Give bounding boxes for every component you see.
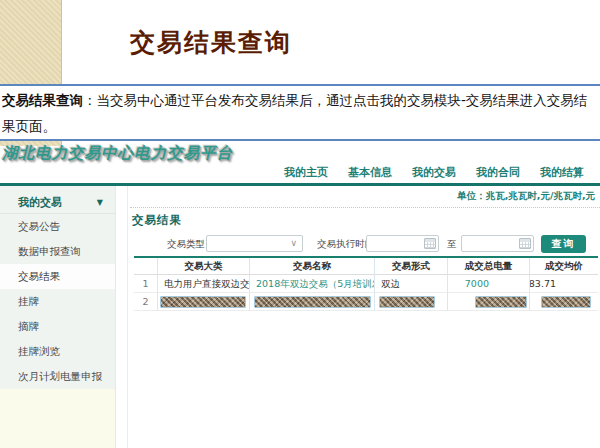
table-cell-category: 电力用户直接双边交易	[158, 275, 250, 293]
sidebar-menu: 我的交易 ▼ 交易公告 数据申报查询 交易结果 挂牌 摘牌 挂牌浏览 次月计划电…	[0, 186, 115, 389]
to-label: 至	[447, 238, 457, 251]
sidebar-item-listing[interactable]: 挂牌	[0, 289, 115, 314]
caret-down-icon: ▼	[97, 192, 103, 214]
sidebar-header-label: 我的交易	[18, 196, 62, 209]
section-title: 交易结果	[132, 213, 182, 228]
calendar-icon[interactable]	[424, 238, 436, 249]
table-cell-price-redacted	[530, 293, 598, 311]
table-header-price: 成交均价	[530, 258, 598, 275]
table-row-index: 2	[134, 293, 158, 311]
table-header-form: 交易形式	[375, 258, 448, 275]
description-label: 交易结果查询	[2, 92, 83, 108]
query-button[interactable]: 查询	[541, 235, 586, 253]
platform-title: 湖北电力交易中心电力交易平台	[2, 143, 233, 164]
sidebar-item-next-month-plan[interactable]: 次月计划电量申报	[0, 364, 115, 389]
description-text: ：当交易中心通过平台发布交易结果后，通过点击我的交易模块-交易结果进入交易结果页…	[2, 92, 587, 134]
filter-bar: 交易类型： ∨ 交易执行时间： 至 查询	[128, 235, 600, 253]
page-title: 交易结果查询	[130, 26, 292, 59]
table-cell-volume-redacted	[448, 293, 530, 311]
unit-note: 单位：兆瓦,兆瓦时,元/兆瓦时,元	[457, 190, 595, 203]
table-cell-form-redacted	[375, 293, 448, 311]
dotted-separator	[130, 207, 600, 208]
main-panel: 单位：兆瓦,兆瓦时,元/兆瓦时,元 交易结果 交易类型： ∨ 交易执行时间： 至…	[127, 186, 600, 448]
sidebar-header[interactable]: 我的交易 ▼	[0, 192, 115, 214]
table-header-volume: 成交总电量	[448, 258, 530, 275]
execution-time-from-input[interactable]	[366, 235, 439, 252]
redacted-block	[541, 296, 591, 308]
sidebar-item-data-declaration-query[interactable]: 数据申报查询	[0, 239, 115, 264]
chevron-down-icon: ∨	[290, 238, 297, 248]
description-box: 交易结果查询：当交易中心通过平台发布交易结果后，通过点击我的交易模块-交易结果进…	[0, 84, 600, 141]
table-row-index: 1	[134, 275, 158, 293]
redacted-block	[475, 296, 527, 308]
results-table: 交易大类 交易名称 交易形式 成交总电量 成交均价 1 电力用户直接双边交易 2…	[134, 256, 598, 311]
sidebar-item-trade-announcement[interactable]: 交易公告	[0, 214, 115, 239]
nav-item-my-settlement[interactable]: 我的结算	[540, 165, 584, 180]
sidebar-item-listing-browse[interactable]: 挂牌浏览	[0, 339, 115, 364]
table-header-category: 交易大类	[158, 258, 250, 275]
sidebar: 我的交易 ▼ 交易公告 数据申报查询 交易结果 挂牌 摘牌 挂牌浏览 次月计划电…	[0, 186, 116, 448]
redacted-block	[379, 296, 435, 308]
table-cell-category-redacted	[158, 293, 250, 311]
nav-item-home[interactable]: 我的主页	[284, 165, 328, 180]
table-header-name: 交易名称	[250, 258, 375, 275]
sidebar-footer	[0, 389, 115, 448]
table-header-index	[134, 258, 158, 275]
nav-item-my-contracts[interactable]: 我的合同	[476, 165, 520, 180]
trade-type-select[interactable]: ∨	[206, 235, 303, 252]
redacted-block	[254, 296, 371, 308]
calendar-icon[interactable]	[519, 238, 531, 249]
page: 交易结果查询 交易结果查询：当交易中心通过平台发布交易结果后，通过点击我的交易模…	[0, 0, 600, 448]
redacted-block	[160, 296, 246, 308]
top-navigation: 我的主页 基本信息 我的交易 我的合同 我的结算	[284, 165, 584, 180]
table-cell-volume: 7000	[448, 275, 530, 293]
nav-item-my-trades[interactable]: 我的交易	[412, 165, 456, 180]
sidebar-item-delisting[interactable]: 摘牌	[0, 314, 115, 339]
table-cell-name-link[interactable]: 2018年双边交易（5月培训发电企业）	[250, 275, 375, 293]
sidebar-item-trade-results[interactable]: 交易结果	[0, 264, 115, 289]
table-cell-price: 383.71	[530, 275, 598, 293]
table-cell-name-redacted	[250, 293, 375, 311]
execution-time-to-input[interactable]	[461, 235, 534, 252]
table-cell-form: 双边	[375, 275, 448, 293]
nav-item-basic-info[interactable]: 基本信息	[348, 165, 392, 180]
